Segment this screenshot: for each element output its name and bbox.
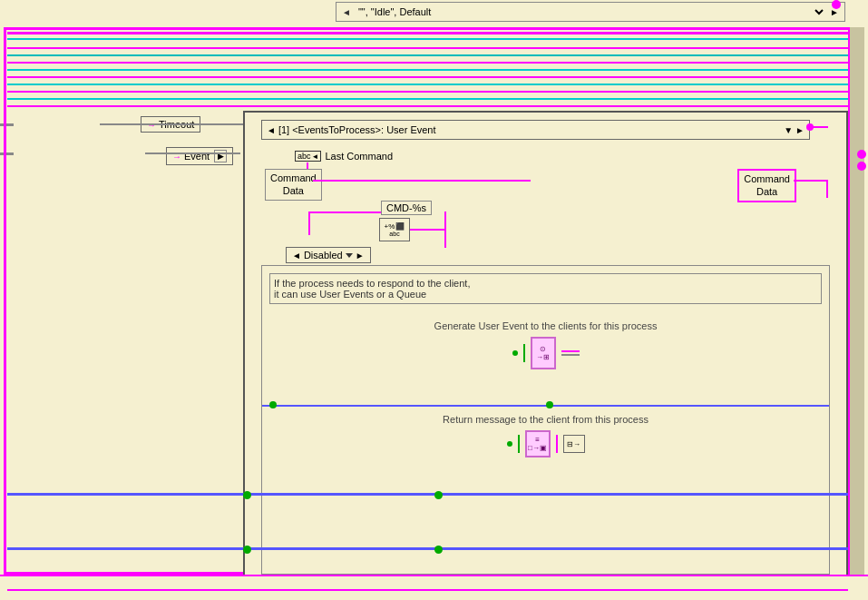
wire-top-pink-2 <box>7 47 850 49</box>
dot-separator-mid <box>546 401 553 408</box>
vi-icon-2: →⊞ <box>536 353 550 361</box>
ret-icon-2: □→▣ <box>528 444 547 452</box>
wire-gen-v-left <box>523 344 525 362</box>
abc-arrow: ◄ <box>312 152 319 161</box>
events-left-arrow: ◄ <box>267 125 276 135</box>
event-block: → Event ▶ <box>166 147 233 165</box>
dot-separator-left <box>269 401 277 408</box>
return-vi-node: ≡ □→▣ <box>525 430 551 457</box>
lower-content-box: If the process needs to respond to the c… <box>261 265 830 575</box>
generate-section: Generate User Event to the clients for t… <box>269 320 822 369</box>
command-data-left: Command Data <box>265 169 322 201</box>
wire-top-pink-3 <box>7 62 850 64</box>
cmd-format-label: CMD-%s <box>381 201 432 215</box>
bottom-strip <box>0 575 868 600</box>
cmd-format-text: CMD-%s <box>386 202 426 213</box>
disabled-label: Disabled <box>304 250 343 261</box>
wire-timeout-h <box>100 123 245 125</box>
wire-cmd-h <box>313 180 531 182</box>
vi-icon-1: ⊙ <box>540 345 546 353</box>
generate-nodes: ⊙ →⊞ <box>269 337 822 369</box>
right-sidebar <box>848 27 864 575</box>
generate-right-terminals <box>561 350 580 356</box>
info-text-line2: it can use User Events or a Queue <box>274 289 817 300</box>
wire-down-left <box>308 211 310 235</box>
wire-events-right <box>810 126 828 128</box>
wire-top-cyan-2 <box>7 54 850 56</box>
dot-bottom-4 <box>434 546 443 554</box>
inner-box: ◄ [1] <EventsToProcess>: User Event ▼ ► … <box>243 111 848 584</box>
wire-to-format <box>308 211 381 213</box>
dropdown-arrow-left: ◄ <box>342 7 351 17</box>
info-text-line1: If the process needs to respond to the c… <box>274 278 817 289</box>
wire-cmd-right-v <box>826 180 828 198</box>
disabled-left-arrow: ◄ <box>292 251 301 261</box>
generate-dot-left <box>512 350 518 356</box>
wire-gen-h-2 <box>561 354 580 356</box>
generate-label: Generate User Event to the clients for t… <box>269 320 822 331</box>
wire-top-cyan-1 <box>7 38 850 40</box>
format-icon-abc: abc <box>389 231 399 237</box>
wire-top-cyan-3 <box>7 69 850 71</box>
wire-down-right <box>444 211 446 248</box>
last-command-label: Last Command <box>325 151 393 162</box>
wire-ret-v <box>518 435 520 453</box>
command-data-right: Command Data <box>737 169 796 202</box>
left-connector-2 <box>0 152 14 155</box>
format-icon-1: +% <box>385 222 395 231</box>
abc-badge: abc ◄ <box>295 151 321 162</box>
wire-cmd-right <box>794 180 828 182</box>
format-node-inner: +% ⬛ <box>385 222 405 231</box>
return-section: Return message to the client from this p… <box>269 414 822 457</box>
cmd-data-right-line2: Data <box>744 185 790 198</box>
wire-event-h <box>145 152 240 154</box>
wire-top-pink-5 <box>7 91 850 93</box>
right-dot-1 <box>857 150 866 159</box>
right-dot-2 <box>857 162 866 171</box>
generate-vi-node: ⊙ →⊞ <box>531 337 556 369</box>
disabled-right-arrow: ► <box>356 251 365 261</box>
wire-ret-right <box>556 435 558 453</box>
top-connector-dot <box>832 0 841 9</box>
wire-very-bottom <box>7 589 848 591</box>
ret-icon-1: ≡ <box>535 436 540 444</box>
return-nodes: ≡ □→▣ ⊟→ <box>269 430 822 457</box>
return-label: Return message to the client from this p… <box>269 414 822 425</box>
cmd-data-right-line1: Command <box>744 172 790 185</box>
events-dropdown[interactable]: ◄ [1] <EventsToProcess>: User Event ▼ ► <box>261 120 810 140</box>
events-right-arrow: ► <box>795 125 805 135</box>
return-right-node: ⊟→ <box>563 435 585 453</box>
cmd-data-left-line2: Data <box>270 184 317 197</box>
dot-bottom-1 <box>243 491 251 499</box>
disabled-chevron <box>346 253 353 258</box>
wire-bottom-blue <box>7 493 848 496</box>
disabled-dropdown[interactable]: ◄ Disabled ► <box>286 247 371 263</box>
info-text-box: If the process needs to respond to the c… <box>269 273 822 304</box>
cmd-data-left-line1: Command <box>270 172 317 184</box>
wire-top-cyan-5 <box>7 98 850 100</box>
return-dot-left <box>507 441 512 447</box>
state-dropdown[interactable]: "", "Idle", Default <box>355 5 826 18</box>
top-dropdown-bar: ◄ "", "Idle", Default ► <box>336 2 845 22</box>
left-connector-1 <box>0 123 14 126</box>
wire-top-pink-1 <box>7 32 850 34</box>
wire-top-cyan-4 <box>7 84 850 85</box>
events-chevron: ▼ <box>784 125 793 135</box>
dot-bottom-2 <box>434 491 443 499</box>
wire-from-format <box>410 229 446 231</box>
canvas: ◄ "", "Idle", Default ► → Timeout → Even… <box>0 0 868 600</box>
events-dropdown-value: [1] <EventsToProcess>: User Event <box>278 124 781 135</box>
format-icon-2: ⬛ <box>395 222 405 231</box>
last-command-group: abc ◄ Last Command <box>295 151 393 162</box>
wire-top-pink-4 <box>7 76 850 78</box>
wire-gen-h-1 <box>561 350 580 352</box>
wire-top-pink-6 <box>7 105 850 107</box>
format-node: +% ⬛ abc <box>379 218 410 241</box>
abc-text: abc <box>297 152 311 161</box>
wire-bottom-blue-2 <box>7 547 848 550</box>
dot-bottom-3 <box>243 546 251 554</box>
